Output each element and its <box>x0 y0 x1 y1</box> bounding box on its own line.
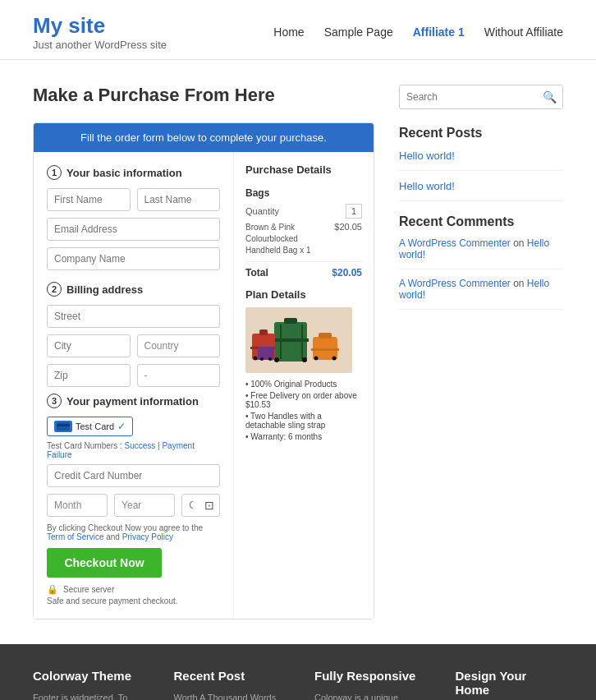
quantity-value: 1 <box>346 204 362 219</box>
site-subtitle: Just another WordPress site <box>33 39 167 51</box>
test-card-text: Test Card Numbers : Success | Payment Fa… <box>47 441 220 459</box>
company-input[interactable] <box>47 247 220 270</box>
section2-title: 2 Billing address <box>47 282 220 297</box>
city-input[interactable] <box>47 334 131 357</box>
total-row: Total $20.05 <box>245 261 362 279</box>
svg-rect-11 <box>259 329 268 335</box>
footer-link-1[interactable]: Worth A Thousand Words <box>174 693 277 700</box>
recent-comments-title: Recent Comments <box>399 214 563 229</box>
quantity-label: Quantity <box>245 206 279 216</box>
svg-rect-20 <box>258 347 274 360</box>
section3-title: 3 Your payment information <box>47 394 220 408</box>
svg-rect-4 <box>284 318 297 324</box>
secure-label: Secure server <box>63 585 114 594</box>
search-button[interactable]: 🔍 <box>536 85 563 108</box>
zip-input[interactable] <box>47 364 131 387</box>
zip-row: - <box>47 364 220 387</box>
footer: Colorway Theme Footer is widgetized. To … <box>0 644 596 700</box>
footer-col1-title: Colorway Theme <box>33 669 141 683</box>
section1-label: Your basic information <box>66 167 182 179</box>
lock-icon: 🔒 <box>47 584 58 595</box>
section3-label: Your payment information <box>66 395 199 408</box>
secure-subtext: Safe and secure payment checkout. <box>47 596 220 606</box>
main-content: Make a Purchase From Here Fill the order… <box>0 60 596 644</box>
total-amount: $20.05 <box>332 267 362 279</box>
feature-4: Warranty: 6 months <box>245 432 362 441</box>
nav-sample-page[interactable]: Sample Page <box>324 25 393 39</box>
svg-point-13 <box>254 357 258 361</box>
main-nav: Home Sample Page Affiliate 1 Without Aff… <box>273 25 563 39</box>
comment-item-2: A WordPress Commenter on Hello world! <box>399 278 563 310</box>
email-input[interactable] <box>47 218 220 241</box>
city-country-row: Country <box>47 334 220 357</box>
purchase-title: Purchase Details <box>245 163 362 179</box>
plan-title: Plan Details <box>245 288 362 301</box>
luggage-image <box>245 307 352 373</box>
site-title: My site <box>33 13 167 39</box>
order-form: Fill the order form below to complete yo… <box>33 122 374 619</box>
country-select[interactable]: Country <box>137 334 221 357</box>
cvv-input[interactable] <box>182 495 199 516</box>
card-badge: Test Card ✓ <box>47 417 133 436</box>
form-header: Fill the order form below to complete yo… <box>34 123 374 152</box>
terms-link[interactable]: Term of Service <box>47 532 103 541</box>
card-details-row: Month Year ⊡ <box>47 494 220 517</box>
post-item-2: Hello world! <box>399 179 563 201</box>
comment-author-2[interactable]: A WordPress Commenter <box>399 278 511 289</box>
section1-num: 1 <box>47 165 62 180</box>
success-link[interactable]: Success <box>124 441 155 450</box>
feature-1: 100% Original Products <box>245 380 362 389</box>
last-name-input[interactable] <box>137 188 221 211</box>
cvv-icon: ⊡ <box>199 499 219 512</box>
month-select[interactable]: Month <box>47 494 108 517</box>
checkmark-icon: ✓ <box>117 421 126 432</box>
footer-col3-text: Colorway is a unique responsive WordPres… <box>314 691 423 700</box>
first-name-input[interactable] <box>47 188 131 211</box>
plan-features: 100% Original Products Free Delivery on … <box>245 380 362 441</box>
form-body: 1 Your basic information 2 Billing addre… <box>34 152 374 619</box>
search-icon: 🔍 <box>543 90 557 104</box>
svg-rect-5 <box>273 338 309 342</box>
product-row: Brown & Pink Colourblocked Handheld Bag … <box>245 222 362 256</box>
post-link-2[interactable]: Hello world! <box>399 180 455 192</box>
sidebar: 🔍 Recent Posts Hello world! Hello world!… <box>399 85 563 619</box>
feature-2: Free Delivery on order above $10.53 <box>245 391 362 409</box>
comment-author-1[interactable]: A WordPress Commenter <box>399 237 511 249</box>
card-label: Test Card <box>76 421 114 431</box>
checkout-button[interactable]: Checkout Now <box>47 548 162 578</box>
footer-col1-text: Footer is widgetized. To setup the foote… <box>33 691 141 700</box>
section2-label: Billing address <box>66 283 143 296</box>
feature-3: Two Handles with a detachable sling stra… <box>245 412 362 430</box>
nav-without-affiliate[interactable]: Without Affiliate <box>484 25 563 39</box>
test-card-label: Test Card Numbers : <box>47 441 122 450</box>
footer-widgets: Colorway Theme Footer is widgetized. To … <box>0 644 596 700</box>
svg-point-9 <box>302 357 307 362</box>
year-select[interactable]: Year <box>114 494 175 517</box>
search-input[interactable] <box>400 86 536 108</box>
quantity-row: Quantity 1 <box>245 204 362 219</box>
nav-home[interactable]: Home <box>273 25 304 39</box>
terms-text: By clicking Checkout Now you agree to th… <box>47 523 220 541</box>
svg-point-18 <box>314 357 319 361</box>
footer-col-4: Design Your Home Express your creativity… <box>456 669 564 700</box>
footer-col2-title: Recent Post <box>174 669 282 683</box>
post-link-1[interactable]: Hello world! <box>399 150 455 162</box>
svg-rect-17 <box>311 348 339 351</box>
nav-affiliate1[interactable]: Affiliate 1 <box>413 25 465 39</box>
footer-col-3: Fully Responsive Colorway is a unique re… <box>314 669 423 700</box>
svg-point-19 <box>332 357 337 361</box>
bags-label: Bags <box>245 187 362 199</box>
svg-point-22 <box>268 357 272 361</box>
product-price: $20.05 <box>334 222 362 256</box>
svg-point-8 <box>274 357 279 362</box>
post-item-1: Hello world! <box>399 149 563 171</box>
section3-num: 3 <box>47 394 62 408</box>
secure-row: 🔒 Secure server <box>47 584 220 595</box>
svg-rect-1 <box>57 424 70 426</box>
comment-item-1: A WordPress Commenter on Hello world! <box>399 237 563 269</box>
street-input[interactable] <box>47 305 220 328</box>
privacy-link[interactable]: Privacy Policy <box>122 532 173 541</box>
footer-col-2: Recent Post Worth A Thousand Words Categ… <box>174 669 282 700</box>
state-select[interactable]: - <box>137 364 221 387</box>
credit-card-input[interactable] <box>47 464 220 487</box>
